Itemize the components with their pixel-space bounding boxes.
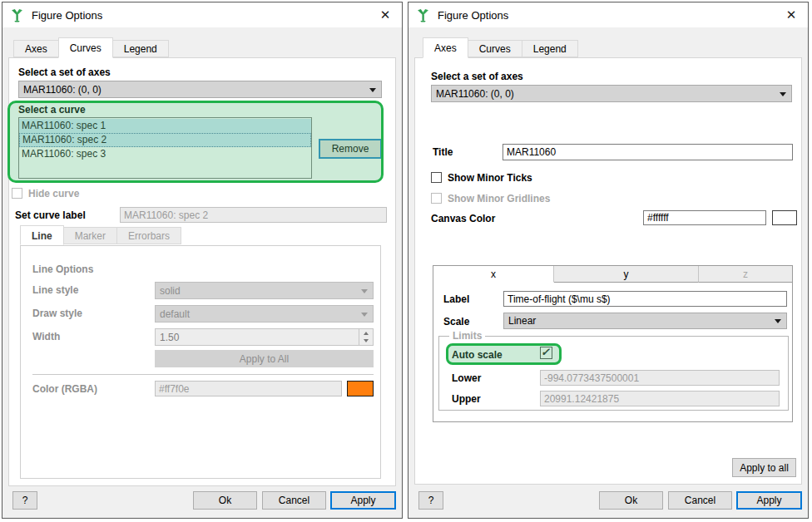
remove-curve-button[interactable]: Remove xyxy=(319,139,382,159)
list-item-curve-1[interactable]: MAR11060: spec 1 xyxy=(19,119,311,133)
scale-value: Linear xyxy=(508,315,536,327)
limits-group-label: Limits xyxy=(449,330,485,342)
line-style-combobox: solid xyxy=(155,282,374,299)
select-axes-label: Select a set of axes xyxy=(431,71,523,82)
tab-line[interactable]: Line xyxy=(20,225,64,245)
tab-z-axis: z xyxy=(699,266,792,283)
help-button[interactable]: ? xyxy=(12,491,37,510)
cancel-button[interactable]: Cancel xyxy=(262,491,326,510)
set-curve-label-label: Set curve label xyxy=(15,209,86,221)
axis-label-label: Label xyxy=(443,293,469,305)
cancel-button[interactable]: Cancel xyxy=(668,491,732,510)
apply-button[interactable]: Apply xyxy=(330,491,396,510)
axes-select-combobox[interactable]: MAR11060: (0, 0) xyxy=(431,85,792,102)
hide-curve-checkbox xyxy=(12,188,22,199)
spin-down-icon xyxy=(359,337,373,346)
draw-style-value: default xyxy=(160,308,190,320)
tab-marker[interactable]: Marker xyxy=(63,227,117,244)
canvas-color-field[interactable]: #ffffff xyxy=(643,210,766,225)
mantid-app-icon xyxy=(10,8,24,22)
line-style-value: solid xyxy=(160,285,181,297)
chevron-down-icon xyxy=(369,88,376,92)
figure-options-dialog-curves: Figure Options ✕ Axes Curves Legend Sele… xyxy=(2,2,403,519)
select-axes-label: Select a set of axes xyxy=(18,66,111,78)
upper-label: Upper xyxy=(452,393,481,405)
show-minor-ticks-checkbox[interactable] xyxy=(431,172,442,183)
apply-button[interactable]: Apply xyxy=(736,491,802,510)
mantid-app-icon xyxy=(416,8,430,22)
tab-legend[interactable]: Legend xyxy=(112,40,169,57)
style-tab-bar: Line Marker Errorbars xyxy=(20,225,181,244)
ok-button[interactable]: Ok xyxy=(599,491,663,510)
window-title: Figure Options xyxy=(438,9,508,22)
main-tab-bar: Axes Curves Legend xyxy=(423,37,578,57)
line-style-label: Line style xyxy=(32,284,78,296)
axes-tab-pane: Select a set of axes MAR11060: (0, 0) Ti… xyxy=(414,57,802,485)
titlebar[interactable]: Figure Options ✕ xyxy=(408,2,808,27)
canvas-color-swatch[interactable] xyxy=(772,210,797,225)
tab-errorbars[interactable]: Errorbars xyxy=(116,227,181,244)
title-label: Title xyxy=(433,146,453,158)
curve-color-swatch xyxy=(347,381,374,396)
show-minor-gridlines-checkbox xyxy=(431,193,442,204)
separator xyxy=(32,374,374,375)
spinner-buttons xyxy=(359,329,373,345)
tab-y-axis[interactable]: y xyxy=(554,266,699,283)
chevron-down-icon xyxy=(361,289,368,293)
width-label: Width xyxy=(32,331,60,342)
draw-style-combobox: default xyxy=(155,305,374,323)
canvas-color-label: Canvas Color xyxy=(431,213,495,224)
window-title: Figure Options xyxy=(32,9,102,22)
line-tab-pane: Line Options Line style solid Draw style… xyxy=(20,245,381,479)
width-value: 1.50 xyxy=(160,332,179,343)
tab-axes[interactable]: Axes xyxy=(423,37,468,58)
scale-combobox[interactable]: Linear xyxy=(503,313,787,329)
axis-tab-widget: x y z Label Time-of-flight ($\mu s$) Sca… xyxy=(433,265,793,422)
main-tab-bar: Axes Curves Legend xyxy=(13,37,169,57)
axes-select-value: MAR11060: (0, 0) xyxy=(436,88,514,100)
title-field[interactable]: MAR11060 xyxy=(503,144,793,160)
spin-up-icon xyxy=(359,329,373,337)
show-minor-ticks-label: Show Minor Ticks xyxy=(448,172,532,184)
color-rgba-label: Color (RGBA) xyxy=(32,383,97,395)
select-curve-label: Select a curve xyxy=(18,104,86,116)
curve-label-field: MAR11060: spec 2 xyxy=(120,207,387,223)
upper-limit-field: 20991.12421875 xyxy=(540,391,780,406)
tab-curves[interactable]: Curves xyxy=(58,37,113,58)
checkmark-icon: ✓ xyxy=(541,346,550,358)
color-value-field: #ff7f0e xyxy=(155,381,342,396)
chevron-down-icon xyxy=(780,92,786,96)
hide-curve-label: Hide curve xyxy=(28,188,79,199)
list-item-curve-2[interactable]: MAR11060: spec 2 xyxy=(19,133,311,147)
lower-limit-field: -994.0773437500001 xyxy=(540,370,780,386)
auto-scale-label: Auto scale xyxy=(452,349,503,361)
axes-select-value: MAR11060: (0, 0) xyxy=(23,84,102,96)
apply-to-all-axes-button[interactable]: Apply to all xyxy=(732,458,796,477)
axis-label-field[interactable]: Time-of-flight ($\mu s$) xyxy=(503,291,787,307)
tab-axes[interactable]: Axes xyxy=(13,40,59,57)
tab-legend[interactable]: Legend xyxy=(522,40,578,57)
apply-to-all-curves-button: Apply to All xyxy=(155,350,374,367)
curve-list: MAR11060: spec 1 MAR11060: spec 2 MAR110… xyxy=(18,117,312,179)
show-minor-gridlines-label: Show Minor Gridlines xyxy=(448,193,550,204)
help-button[interactable]: ? xyxy=(418,491,443,510)
close-icon[interactable]: ✕ xyxy=(376,6,394,24)
curves-tab-pane: Select a set of axes MAR11060: (0, 0) Se… xyxy=(8,57,396,486)
tab-curves[interactable]: Curves xyxy=(468,40,522,57)
figure-options-dialog-axes: Figure Options ✕ Axes Curves Legend Sele… xyxy=(408,2,809,519)
close-icon[interactable]: ✕ xyxy=(782,6,800,24)
list-item-curve-3[interactable]: MAR11060: spec 3 xyxy=(19,147,311,161)
titlebar[interactable]: Figure Options ✕ xyxy=(2,2,402,27)
axes-select-combobox[interactable]: MAR11060: (0, 0) xyxy=(18,81,382,98)
line-options-heading: Line Options xyxy=(32,263,93,275)
width-spinbox: 1.50 xyxy=(155,328,374,346)
ok-button[interactable]: Ok xyxy=(193,491,257,510)
axis-tab-bar: x y z xyxy=(433,266,792,283)
lower-label: Lower xyxy=(452,372,481,384)
auto-scale-checkbox[interactable]: ✓ xyxy=(540,347,552,359)
chevron-down-icon xyxy=(361,313,368,317)
tab-x-axis[interactable]: x xyxy=(433,266,554,283)
draw-style-label: Draw style xyxy=(32,308,82,319)
scale-label: Scale xyxy=(443,316,469,327)
chevron-down-icon xyxy=(775,319,781,323)
